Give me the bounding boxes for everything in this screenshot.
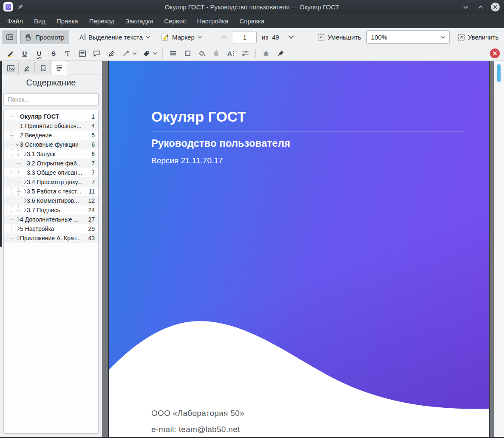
- chevron-down-icon: [153, 52, 157, 55]
- text-select-icon: A: [79, 34, 85, 41]
- menu-item[interactable]: Настройка: [192, 15, 234, 27]
- tree-expander-icon[interactable]: [15, 236, 20, 241]
- fill-color-button[interactable]: [196, 48, 208, 59]
- tree-branch-tick: [17, 210, 21, 210]
- toc-item[interactable]: 3 Основные функции 6: [4, 140, 98, 149]
- toc-item[interactable]: 5 Настройка 29: [4, 224, 98, 233]
- menu-item[interactable]: Переход: [84, 15, 120, 27]
- shape-tool-button[interactable]: [181, 48, 193, 59]
- marker-tool-button[interactable]: Маркер: [156, 30, 207, 44]
- font-button[interactable]: A: [225, 48, 237, 59]
- tree-expander-icon[interactable]: [22, 208, 27, 213]
- menu-item[interactable]: Закладки: [120, 15, 159, 27]
- maximize-button[interactable]: [476, 3, 485, 12]
- tree-expander-icon[interactable]: [22, 189, 27, 194]
- toc-item[interactable]: 3.6 Комментиров... 12: [4, 196, 98, 205]
- paint-bucket-icon: [198, 50, 206, 57]
- arrow-tool-dropdown[interactable]: [132, 52, 138, 55]
- close-button[interactable]: [491, 3, 500, 11]
- arrow-tool-button[interactable]: [120, 48, 132, 59]
- toc-item-label: 1 Принятые обознач...: [20, 122, 82, 129]
- company-email: e-mail: team@lab50.net: [151, 425, 240, 434]
- toolbar-separator: [162, 49, 163, 58]
- sidebar-tabbar: [0, 61, 102, 74]
- typewriter-tool-button[interactable]: [62, 48, 74, 59]
- hand-icon: [25, 33, 32, 41]
- pin-toolbar-button[interactable]: [275, 48, 286, 59]
- minimize-button[interactable]: [461, 3, 470, 12]
- tree-branch-tick: [10, 145, 14, 145]
- sidebar-toggle-button[interactable]: [3, 30, 17, 44]
- scrollbar-thumb[interactable]: [497, 64, 501, 82]
- squiggle-tool-button[interactable]: U: [33, 48, 45, 59]
- tree-expander-icon[interactable]: [15, 142, 20, 147]
- toc-item[interactable]: 4 Дополнительные ... 27: [4, 215, 98, 224]
- toc-item[interactable]: 3.4 Просмотр доку... 7: [4, 177, 98, 187]
- menu-item[interactable]: Правка: [51, 15, 84, 27]
- stamp-tool-button[interactable]: [140, 48, 152, 59]
- freehand-tool-button[interactable]: [105, 48, 117, 59]
- toc-item-label: 4 Дополнительные ...: [20, 216, 79, 223]
- title-rule: [151, 131, 463, 131]
- okular-window: Окуляр ГОСТ - Руководство пользователя —…: [0, 0, 504, 438]
- tree-expander-icon[interactable]: [22, 151, 27, 156]
- vertical-scrollbar[interactable]: [494, 61, 504, 438]
- tree-expander-icon[interactable]: [15, 217, 20, 222]
- toc-item-page: 5: [89, 132, 95, 139]
- popup-note-tool-button[interactable]: [91, 48, 103, 59]
- menu-item[interactable]: Справка: [234, 15, 270, 27]
- tree-expander-icon[interactable]: [22, 179, 27, 185]
- toc-item-label: 3.6 Комментиров...: [27, 197, 79, 204]
- next-page-button[interactable]: [284, 30, 298, 44]
- favorites-button[interactable]: [260, 48, 272, 59]
- menu-item[interactable]: Сервис: [159, 15, 191, 27]
- strikeout-tool-button[interactable]: S: [48, 48, 59, 59]
- menu-item[interactable]: Файл: [2, 15, 28, 27]
- tree-expander-icon[interactable]: [15, 226, 20, 231]
- toolbar-separator: [255, 49, 256, 58]
- opacity-button[interactable]: [210, 48, 222, 59]
- toc-item[interactable]: Окуляр ГОСТ 1: [4, 112, 98, 121]
- toc-item[interactable]: 3.1 Запуск 6: [4, 149, 98, 159]
- zoom-in-icon: [458, 34, 465, 41]
- toc-item[interactable]: 3.3 Общее описан... 7: [4, 168, 98, 177]
- toc-item[interactable]: 3.2 Открытие фай... 7: [4, 159, 98, 168]
- tab-bookmarks[interactable]: [35, 62, 51, 74]
- close-annotation-toolbar-button[interactable]: [490, 48, 500, 58]
- browse-tool-button[interactable]: Просмотр: [20, 30, 69, 44]
- menu-item[interactable]: Вид: [28, 15, 51, 27]
- line-width-button[interactable]: [167, 48, 179, 59]
- toc-item-page: 7: [89, 169, 95, 176]
- stamp-tool-dropdown[interactable]: [152, 52, 158, 55]
- tab-annotations[interactable]: [19, 62, 35, 74]
- sidebar-panel-icon: [6, 34, 13, 40]
- toc-panel[interactable]: Окуляр ГОСТ 1 1 Принятые обознач... 4 2 …: [3, 110, 99, 434]
- page-of-label: из: [262, 34, 268, 41]
- zoom-out-button[interactable]: Уменьшить: [313, 30, 366, 44]
- document-view[interactable]: Окуляр ГОСТ Руководство пользователя Вер…: [102, 61, 494, 438]
- tab-contents[interactable]: [51, 61, 67, 75]
- chevron-down-icon: [288, 35, 294, 39]
- zoom-in-button[interactable]: Увеличить: [453, 30, 503, 44]
- text-select-tool-button[interactable]: A Выделение текста: [75, 30, 155, 44]
- company-name: ООО «Лаборатория 50»: [151, 409, 244, 418]
- toc-item[interactable]: Приложение А. Крат... 43: [4, 233, 98, 243]
- toc-item-label: 3.5 Работа с текст...: [27, 188, 81, 195]
- toc-item[interactable]: 3.5 Работа с текст... 11: [4, 187, 98, 196]
- tree-expander-icon[interactable]: [22, 198, 27, 203]
- highlight-tool-button[interactable]: [4, 48, 16, 59]
- advanced-settings-button[interactable]: [239, 48, 251, 59]
- tab-thumbnails[interactable]: [3, 62, 19, 74]
- page-number-input[interactable]: [233, 31, 257, 43]
- toc-item[interactable]: 1 Принятые обознач... 4: [4, 121, 98, 131]
- toc-search-input[interactable]: [3, 93, 99, 106]
- previous-page-button[interactable]: [217, 30, 231, 44]
- zoom-level-combobox[interactable]: 100%: [366, 30, 450, 44]
- underline-tool-button[interactable]: U: [19, 48, 31, 59]
- toc-item-page: 6: [89, 151, 95, 157]
- toc-item[interactable]: 2 Введение 5: [4, 131, 98, 140]
- inline-note-tool-button[interactable]: [76, 48, 88, 59]
- toc-item-label: Приложение А. Крат...: [20, 235, 81, 242]
- toc-item[interactable]: 3.7 Подпись 24: [4, 205, 98, 215]
- highlighter-icon: [6, 50, 14, 57]
